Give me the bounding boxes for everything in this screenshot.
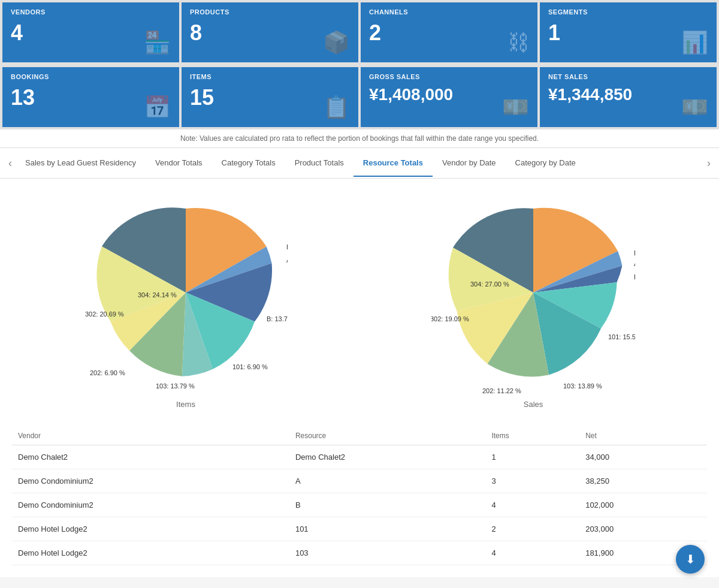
- tab-category-by-date[interactable]: Category by Date: [506, 150, 585, 177]
- cell-resource: B: [289, 493, 486, 517]
- cell-vendor: Demo Chalet2: [12, 445, 289, 469]
- resource-table: Vendor Resource Items Net Demo Chalet2 D…: [12, 427, 707, 565]
- tab-product-totals[interactable]: Product Totals: [285, 150, 354, 177]
- sales-chart-container: 304: 27.00 % Demo Chalet2: 2.60 % A: 2.9…: [431, 191, 635, 409]
- cell-net: 38,250: [579, 469, 707, 493]
- items-card: ITEMS 15 📋: [182, 67, 358, 127]
- cell-resource: Demo Chalet2: [289, 445, 486, 469]
- vendors-icon: 🏪: [144, 30, 171, 55]
- items-icon: 📋: [323, 95, 350, 120]
- bookings-icon: 📅: [144, 95, 171, 120]
- sales-label-103: 103: 13.89 %: [563, 382, 602, 390]
- sales-label-a: A: 2.92 %: [634, 260, 635, 267]
- items-label-b: B: 13.79 %: [267, 315, 288, 322]
- channels-icon: ⛓: [507, 30, 529, 55]
- tabs-list: Sales by Lead Guest Residency Vendor Tot…: [16, 150, 703, 177]
- net-sales-card: NET SALES ¥1,344,850 💴: [540, 67, 717, 127]
- sales-label-304: 304: 27.00 %: [470, 281, 509, 288]
- tab-vendor-totals[interactable]: Vendor Totals: [146, 150, 212, 177]
- items-label-a: A: 10.34 %: [286, 257, 288, 264]
- main-content: 304: 24.14 % Demo Chalet2: 3.45 % A: 10.…: [0, 179, 719, 577]
- sales-chart-label: Sales: [431, 400, 635, 409]
- segments-card: SEGMENTS 1 📊: [540, 2, 717, 62]
- cell-items: 4: [485, 493, 579, 517]
- segments-icon: 📊: [681, 30, 708, 55]
- sales-label-202: 202: 11.22 %: [482, 387, 521, 394]
- tabs-next-button[interactable]: ›: [703, 148, 714, 178]
- items-label-302: 302: 20.69 %: [85, 310, 124, 318]
- cell-resource: 103: [289, 541, 486, 565]
- gross-sales-card: GROSS SALES ¥1,408,000 💴: [361, 67, 537, 127]
- sales-label-101: 101: 15.50 %: [608, 333, 635, 340]
- table-row: Demo Condominium2 A 3 38,250: [12, 469, 707, 493]
- tab-category-totals[interactable]: Category Totals: [212, 150, 285, 177]
- note-text: Note: Values are calculated pro rata to …: [180, 134, 539, 143]
- tab-resource-totals[interactable]: Resource Totals: [354, 150, 433, 177]
- bookings-label: BOOKINGS: [11, 73, 171, 80]
- cell-net: 102,000: [579, 493, 707, 517]
- vendors-card: VENDORS 4 🏪: [2, 2, 179, 62]
- items-label-demochalet2: Demo Chalet2: 3.45 %: [286, 243, 288, 251]
- tabs-container: ‹ Sales by Lead Guest Residency Vendor T…: [0, 148, 719, 179]
- cell-resource: A: [289, 469, 486, 493]
- summary-cards-row2: BOOKINGS 13 📅 ITEMS 15 📋 GROSS SALES ¥1,…: [0, 65, 719, 129]
- products-icon: 📦: [323, 30, 350, 55]
- net-sales-icon: 💴: [681, 95, 708, 120]
- tabs-prev-button[interactable]: ‹: [5, 148, 16, 178]
- segments-label: SEGMENTS: [548, 8, 708, 16]
- dashboard: VENDORS 4 🏪 PRODUCTS 8 📦 CHANNELS 2 ⛓ SE…: [0, 0, 719, 577]
- cell-items: 4: [485, 541, 579, 565]
- cell-vendor: Demo Hotel Lodge2: [12, 541, 289, 565]
- sales-label-b: B: 7.79 %: [634, 273, 635, 281]
- channels-value: 2: [369, 20, 529, 46]
- items-chart-label: Items: [84, 400, 288, 409]
- cell-items: 3: [485, 469, 579, 493]
- download-button[interactable]: ⬇: [676, 545, 705, 574]
- items-label-101: 101: 6.90 %: [232, 363, 268, 370]
- gross-sales-icon: 💴: [502, 95, 529, 120]
- cell-net: 203,000: [579, 517, 707, 541]
- items-label-103: 103: 13.79 %: [156, 382, 195, 390]
- net-sales-label: NET SALES: [548, 73, 708, 80]
- products-card: PRODUCTS 8 📦: [182, 2, 358, 62]
- items-chart-container: 304: 24.14 % Demo Chalet2: 3.45 % A: 10.…: [84, 191, 288, 409]
- table-row: Demo Hotel Lodge2 103 4 181,900: [12, 541, 707, 565]
- sales-label-302: 302: 19.09 %: [431, 315, 469, 322]
- cell-vendor: Demo Hotel Lodge2: [12, 517, 289, 541]
- sales-pie-chart: 304: 27.00 % Demo Chalet2: 2.60 % A: 2.9…: [431, 191, 635, 394]
- col-items: Items: [485, 427, 579, 445]
- tab-lead-guest[interactable]: Sales by Lead Guest Residency: [16, 150, 146, 177]
- gross-sales-label: GROSS SALES: [369, 73, 529, 80]
- items-label-304: 304: 24.14 %: [138, 291, 177, 298]
- cell-items: 1: [485, 445, 579, 469]
- download-icon: ⬇: [685, 552, 696, 566]
- cell-resource: 101: [289, 517, 486, 541]
- note-bar: Note: Values are calculated pro rata to …: [0, 129, 719, 148]
- table-row: Demo Condominium2 B 4 102,000: [12, 493, 707, 517]
- bookings-card: BOOKINGS 13 📅: [2, 67, 179, 127]
- table-row: Demo Chalet2 Demo Chalet2 1 34,000: [12, 445, 707, 469]
- sales-label-demochalet2: Demo Chalet2: 2.60 %: [634, 249, 635, 257]
- products-label: PRODUCTS: [190, 8, 350, 16]
- vendors-label: VENDORS: [11, 8, 171, 16]
- charts-row: 304: 24.14 % Demo Chalet2: 3.45 % A: 10.…: [12, 191, 707, 409]
- cell-net: 34,000: [579, 445, 707, 469]
- items-label-202: 202: 6.90 %: [90, 369, 125, 376]
- summary-cards-row1: VENDORS 4 🏪 PRODUCTS 8 📦 CHANNELS 2 ⛓ SE…: [0, 0, 719, 65]
- col-net: Net: [579, 427, 707, 445]
- tab-vendor-by-date[interactable]: Vendor by Date: [433, 150, 506, 177]
- col-resource: Resource: [289, 427, 486, 445]
- col-vendor: Vendor: [12, 427, 289, 445]
- channels-card: CHANNELS 2 ⛓: [361, 2, 537, 62]
- channels-label: CHANNELS: [369, 8, 529, 16]
- items-label: ITEMS: [190, 73, 350, 80]
- items-pie-chart: 304: 24.14 % Demo Chalet2: 3.45 % A: 10.…: [84, 191, 288, 394]
- cell-vendor: Demo Condominium2: [12, 493, 289, 517]
- cell-vendor: Demo Condominium2: [12, 469, 289, 493]
- cell-items: 2: [485, 517, 579, 541]
- table-row: Demo Hotel Lodge2 101 2 203,000: [12, 517, 707, 541]
